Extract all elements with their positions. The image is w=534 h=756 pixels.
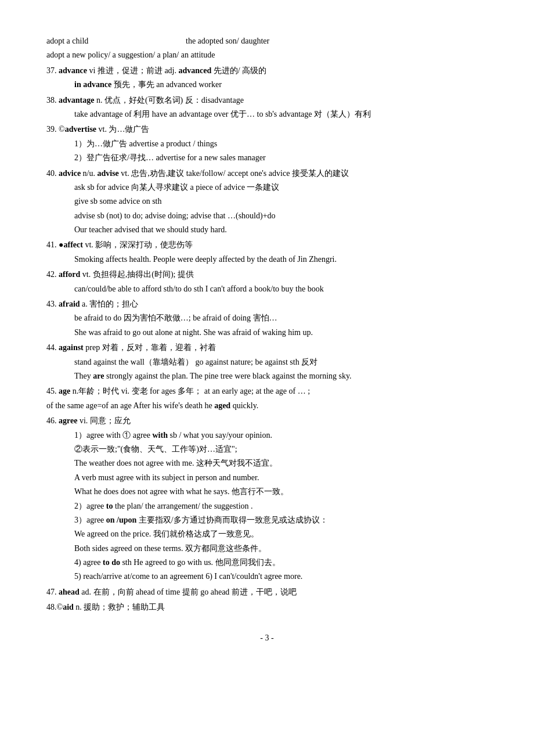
entry-38-main: 38. advantage n. 优点，好处(可数名词) 反：disadvant… <box>46 94 488 107</box>
entry-43-def: a. 害怕的；担心 <box>80 300 139 308</box>
entry-37-sub1: in advance 预先，事先 an advanced worker <box>46 78 488 91</box>
entry-39-keyword: advertise <box>65 125 96 134</box>
entry-37-def1: vi 推进，促进；前进 adj. <box>87 66 179 75</box>
entry-44-sub2: They are strongly against the plan. The … <box>46 370 488 383</box>
entry-46-sub9: Both sides agreed on these terms. 双方都同意这… <box>46 542 488 555</box>
agree-sub7-part1: 3）agree <box>74 516 106 524</box>
adopt-policy-text: adopt a new policy/ a suggestion/ a plan… <box>46 51 215 59</box>
entry-42-def: vt. 负担得起,抽得出(时间); 提供 <box>80 270 194 279</box>
aged-bold: aged <box>214 401 230 410</box>
in-advance-bold: in advance <box>74 80 111 89</box>
entry-40-num: 40. <box>46 169 59 178</box>
affect-sub1: Smoking affects health. People were deep… <box>74 255 337 264</box>
agree-sub5: What he does does not agree with what he… <box>74 487 288 496</box>
agree-sub2: ②表示一致;"(食物、天气、工作等)对…适宜"; <box>74 445 237 453</box>
entry-46-sub8: We agreed on the price. 我们就价格达成了一致意见。 <box>46 528 488 541</box>
entry-47: 47. ahead ad. 在前，向前 ahead of time 提前 go … <box>46 586 488 599</box>
entry-39-main: 39. ©advertise vt. 为…做广告 <box>46 123 488 136</box>
adopt-line1: adopt a child the adopted son/ daughter <box>46 35 488 48</box>
afraid-sub1: be afraid to do 因为害怕不敢做…; be afraid of d… <box>74 314 277 322</box>
entry-40-main: 40. advice n/u. advise vt. 忠告,劝告,建议 take… <box>46 167 488 180</box>
entry-42-num: 42. <box>46 270 59 279</box>
entry-43-sub1: be afraid to do 因为害怕不敢做…; be afraid of d… <box>46 312 488 325</box>
agree-sub9: Both sides agreed on these terms. 双方都同意这… <box>74 544 266 553</box>
entry-40-def1: n/u. <box>81 169 97 178</box>
entry-46-sub7: 3）agree on /upon 主要指双/多方通过协商而取得一致意见或达成协议… <box>46 514 488 527</box>
afraid-sub2: She was afraid to go out alone at night.… <box>74 328 313 337</box>
advertise-sub1: 1）为…做广告 advertise a product / things <box>74 139 217 148</box>
entry-48: 48.©aid n. 援助；救护；辅助工具 <box>46 601 488 614</box>
entry-41-keyword: affect <box>63 240 82 249</box>
agree-sub7-part2: 主要指双/多方通过协商而取得一致意见或达成协议： <box>136 516 327 524</box>
advertise-sub2: 2）登广告征求/寻找… advertise for a new sales ma… <box>74 153 266 162</box>
agree-sub10-part1: 4) agree <box>74 558 103 567</box>
advice-sub2: give sb some advice on sth <box>74 197 161 206</box>
age-sub1-part1: of the same age=of an age After his wife… <box>46 401 214 410</box>
entry-40-sub3: advise sb (not) to do; advise doing; adv… <box>46 210 488 222</box>
entry-46-sub3: The weather does not agree with me. 这种天气… <box>46 457 488 470</box>
advantage-sub1: take advantage of 利用 have an advantage o… <box>74 110 371 118</box>
entry-42-main: 42. afford vt. 负担得起,抽得出(时间); 提供 <box>46 268 488 281</box>
agree-sub11: 5) reach/arrive at/come to an agreement … <box>74 572 302 581</box>
entry-46-main: 46. agree vi. 同意；应允 <box>46 415 488 427</box>
entry-41-num: 41. ● <box>46 240 63 249</box>
entry-45-sub1: of the same age=of an age After his wife… <box>46 399 488 412</box>
entry-37-def2: 先进的/ 高级的 <box>211 66 266 75</box>
entry-40-keyword2: advise <box>98 169 119 178</box>
agree-sub1-part2: sb / what you say/your opinion. <box>168 431 272 440</box>
entry-45-keyword: age <box>59 387 70 395</box>
agree-with-bold: with <box>153 431 168 440</box>
entry-38-num: 38. <box>46 96 59 105</box>
advice-sub1: ask sb for advice 向某人寻求建议 a piece of adv… <box>74 183 279 192</box>
entry-39-sub1: 1）为…做广告 advertise a product / things <box>46 138 488 150</box>
entry-48-main: 48.©aid n. 援助；救护；辅助工具 <box>46 601 488 614</box>
in-advance-text: 预先，事先 an advanced worker <box>111 80 222 89</box>
entry-46-def: vi. 同意；应允 <box>77 416 130 425</box>
age-sub1-part2: quickly. <box>230 401 258 410</box>
entry-40-keyword: advice <box>59 169 81 178</box>
agree-todo-bold: to do <box>103 558 120 567</box>
advice-sub4: Our teacher advised that we should study… <box>74 225 227 234</box>
entry-43: 43. afraid a. 害怕的；担心 be afraid to do 因为害… <box>46 298 488 339</box>
entry-47-def: ad. 在前，向前 ahead of time 提前 go ahead 前进，干… <box>80 588 297 596</box>
entry-39-def: vt. 为…做广告 <box>96 125 149 134</box>
against-sub2-part1: They <box>74 372 93 380</box>
entry-44-num: 44. <box>46 343 59 352</box>
entry-45-main: 45. age n.年龄；时代 vi. 变老 for ages 多年； at a… <box>46 385 488 398</box>
entry-40-sub1: ask sb for advice 向某人寻求建议 a piece of adv… <box>46 181 488 194</box>
entry-46-num: 46. <box>46 416 59 425</box>
entry-38-keyword: advantage <box>59 96 94 105</box>
entry-39-sub2: 2）登广告征求/寻找… advertise for a new sales ma… <box>46 152 488 164</box>
entry-37-keyword: advance <box>59 66 87 75</box>
agree-sub1-part1: 1）agree with ① agree <box>74 431 153 440</box>
entry-38-sub1: take advantage of 利用 have an advantage o… <box>46 108 488 121</box>
entry-48-num: 48.© <box>46 603 63 611</box>
entry-46-sub5: What he does does not agree with what he… <box>46 485 488 498</box>
entry-38-def: n. 优点，好处(可数名词) 反：disadvantage <box>94 96 243 105</box>
against-sub1: stand against the wall（靠墙站着） go against … <box>74 358 317 366</box>
entry-48-keyword: aid <box>63 603 74 611</box>
entry-44: 44. against prep 对着，反对，靠着，迎着，衬着 stand ag… <box>46 341 488 383</box>
agree-to-bold: to <box>106 502 113 510</box>
entry-43-num: 43. <box>46 300 59 308</box>
entry-48-def: n. 援助；救护；辅助工具 <box>74 603 165 611</box>
entry-adopt: adopt a child the adopted son/ daughter … <box>46 35 488 62</box>
entry-42-sub1: can/could/be able to afford sth/to do st… <box>46 283 488 296</box>
entry-46-sub1: 1）agree with ① agree with sb / what you … <box>46 429 488 442</box>
entry-47-num: 47. <box>46 588 59 596</box>
advice-sub3: advise sb (not) to do; advise doing; adv… <box>74 211 276 220</box>
entry-39: 39. ©advertise vt. 为…做广告 1）为…做广告 adverti… <box>46 123 488 164</box>
adopt-line2: adopt a new policy/ a suggestion/ a plan… <box>46 49 488 62</box>
entry-44-def: prep 对着，反对，靠着，迎着，衬着 <box>84 343 216 352</box>
adopt-child-text: adopt a child <box>46 35 186 48</box>
page-number-text: - 3 - <box>260 633 273 642</box>
entry-47-keyword: ahead <box>59 588 80 596</box>
entry-41-def: vt. 影响，深深打动，使悲伤等 <box>83 240 193 249</box>
entry-37-keyword2: advanced <box>179 66 212 75</box>
agree-sub3: The weather does not agree with me. 这种天气… <box>74 459 277 467</box>
entry-38: 38. advantage n. 优点，好处(可数名词) 反：disadvant… <box>46 94 488 121</box>
entry-39-num: 39. © <box>46 125 65 134</box>
entry-37-main: 37. advance vi 推进，促进；前进 adj. advanced 先进… <box>46 64 488 77</box>
agree-on-bold: on /upon <box>106 516 137 524</box>
entry-42-keyword: afford <box>59 270 80 279</box>
